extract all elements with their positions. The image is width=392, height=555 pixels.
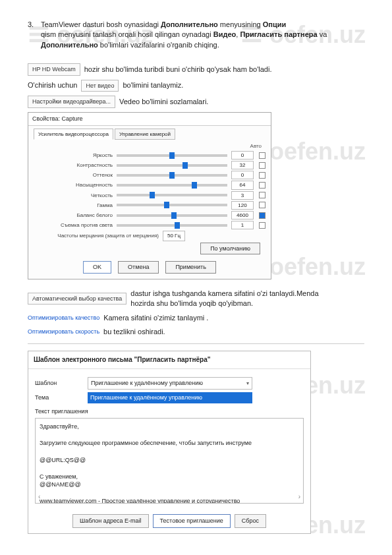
list-item-3: 3. TeamViewer dasturi bosh oynasidagi До…: [28, 20, 364, 50]
slider-row: Контрастность32: [34, 161, 266, 169]
slider-track[interactable]: [117, 204, 227, 206]
slider-track[interactable]: [117, 214, 227, 217]
slider-value: 0: [231, 151, 254, 160]
list-text: TeamViewer dasturi bosh oynasidagi Допол…: [41, 20, 364, 50]
slider-value: 1: [231, 221, 254, 229]
auto-quality-option[interactable]: Автоматический выбор качества: [28, 293, 126, 305]
divider: [28, 343, 364, 344]
auto-checkbox[interactable]: [259, 202, 266, 208]
slider-track[interactable]: [117, 194, 227, 196]
reset-button[interactable]: Сброс: [235, 514, 266, 528]
test-invitation-button[interactable]: Тестовое приглашение: [153, 514, 231, 528]
auto-checkbox[interactable]: [259, 182, 266, 189]
slider-track[interactable]: [117, 224, 227, 227]
scroll-left-icon[interactable]: ‹: [38, 492, 40, 502]
slider-label: Гамма: [34, 202, 113, 209]
slider-track[interactable]: [117, 164, 227, 167]
text: Vedeo bo'limini sozlamalari.: [119, 97, 208, 107]
slider-track[interactable]: [117, 154, 227, 157]
slider-label: Баланс белого: [34, 212, 113, 219]
video-driver-settings-button[interactable]: Настройки видеодрайвера...: [28, 96, 115, 108]
body-label: Текст приглашения: [35, 407, 304, 416]
slider-row: Насыщенность64: [34, 181, 266, 189]
slider-value: 3: [231, 191, 254, 200]
email-template-dialog: Шаблон электронного письма "Пригласить п…: [28, 351, 311, 533]
slider-label: Оттенок: [34, 171, 113, 179]
slider-value: 0: [231, 171, 254, 179]
ok-button[interactable]: OK: [83, 261, 111, 274]
slider-value: 120: [231, 201, 254, 210]
invitation-body-textarea[interactable]: Здравствуйте, Загрузите следующее програ…: [35, 418, 304, 504]
slider-label: Контрастность: [34, 161, 113, 169]
slider-row: Оттенок0: [34, 171, 266, 179]
slider-track[interactable]: [117, 184, 227, 187]
text: Kamera sifatini o'zimiz tanlaymi .: [103, 313, 208, 323]
subject-label: Тема: [35, 394, 81, 402]
email-dialog-title: Шаблон электронного письма "Пригласить п…: [28, 351, 310, 369]
text: bo'limini tanlaymiz.: [123, 80, 183, 90]
slider-value: 4600: [231, 211, 254, 219]
slider-label: Съемка против света: [34, 221, 113, 229]
webcam-dropdown[interactable]: HP HD Webcam: [28, 63, 80, 76]
text: dastur ishga tushganda kamera sifatini o…: [130, 289, 341, 309]
slider-row: Гамма120: [34, 201, 266, 210]
slider-row: Баланс белого4600: [34, 211, 266, 219]
text: bu tezlikni oshiradi.: [103, 327, 165, 337]
email-template-button[interactable]: Шаблон адреса E-mail: [72, 514, 149, 528]
text: O'chirish uchun: [28, 80, 77, 90]
default-button[interactable]: По умолчанию: [200, 243, 260, 255]
scroll-right-icon[interactable]: ›: [298, 492, 300, 502]
flicker-freq-label: Частоты мерцания (защита от мерцания): [34, 232, 159, 239]
apply-button[interactable]: Применить: [165, 261, 216, 274]
slider-label: Насыщенность: [34, 181, 113, 189]
slider-row: Съемка против света1: [34, 221, 266, 229]
slider-row: Четкость3: [34, 191, 266, 200]
auto-column-header: Авто: [34, 142, 266, 150]
template-dropdown[interactable]: Приглашение к удалённому управлению ▾: [88, 377, 252, 390]
auto-checkbox[interactable]: [259, 162, 266, 169]
slider-value: 64: [231, 181, 254, 189]
cancel-button[interactable]: Отмена: [118, 261, 159, 274]
auto-checkbox[interactable]: [259, 172, 266, 179]
auto-checkbox[interactable]: [259, 212, 266, 219]
auto-checkbox[interactable]: [259, 222, 266, 229]
optimize-quality-link[interactable]: Оптимизировать качество: [28, 314, 99, 322]
capture-properties-dialog: Свойства: Capture Усилитель видеопроцесс…: [28, 112, 271, 279]
slider-value: 32: [231, 161, 254, 169]
tab-video-amp[interactable]: Усилитель видеопроцессора: [34, 129, 113, 140]
slider-row: Яркость0: [34, 151, 266, 160]
text: hozir shu bo'limda turibdi buni o'chirib…: [84, 65, 272, 74]
tab-camera-control[interactable]: Управление камерой: [115, 129, 175, 140]
flicker-freq-dropdown[interactable]: 50 Гц: [163, 231, 185, 241]
auto-checkbox[interactable]: [259, 152, 266, 159]
template-label: Шаблон: [35, 379, 81, 388]
slider-track[interactable]: [117, 174, 227, 177]
slider-label: Яркость: [34, 152, 113, 159]
chevron-down-icon: ▾: [246, 380, 249, 387]
list-number: 3.: [28, 20, 37, 50]
no-video-option[interactable]: Нет видео: [81, 80, 119, 92]
subject-input[interactable]: Приглашение к удалённому управлению: [88, 392, 252, 403]
dialog-title: Свойства: Capture: [28, 113, 271, 126]
auto-checkbox[interactable]: [259, 192, 266, 198]
slider-label: Четкость: [34, 192, 113, 199]
optimize-speed-link[interactable]: Оптимизировать скорость: [28, 328, 99, 336]
